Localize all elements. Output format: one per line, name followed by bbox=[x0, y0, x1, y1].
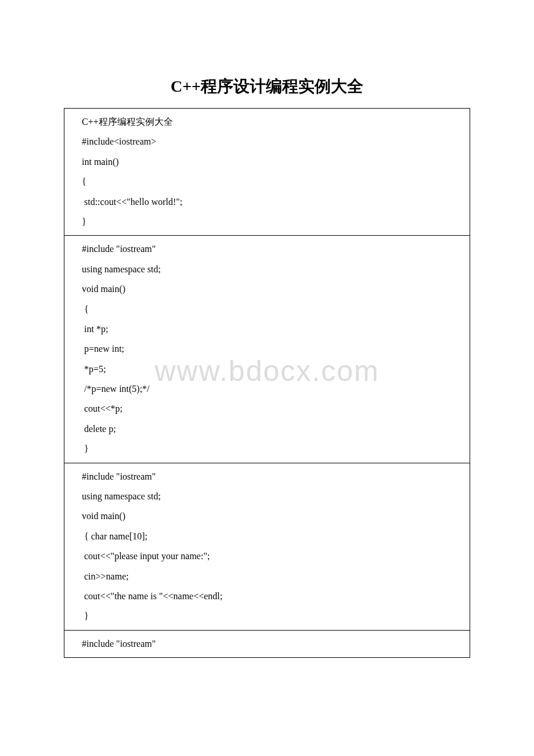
code-line: #include<iostream> bbox=[82, 132, 464, 152]
code-line: #include "iostream" bbox=[82, 239, 464, 259]
code-cell-1: C++程序编程实例大全 #include<iostream> int main(… bbox=[64, 109, 470, 236]
document-title: C++程序设计编程实例大全 bbox=[64, 75, 470, 98]
code-cell-2: #include "iostream" using namespace std;… bbox=[64, 236, 470, 463]
code-line: void main() bbox=[82, 279, 464, 299]
code-line: void main() bbox=[82, 506, 464, 526]
code-cell-4: #include "iostream" bbox=[64, 630, 470, 657]
code-line: #include "iostream" bbox=[82, 467, 464, 487]
table-row: #include "iostream" using namespace std;… bbox=[64, 463, 470, 630]
code-line: using namespace std; bbox=[82, 260, 464, 279]
code-line: std::cout<<"hello world!"; bbox=[82, 192, 464, 212]
code-line: using namespace std; bbox=[82, 487, 464, 506]
code-line: #include "iostream" bbox=[82, 634, 464, 654]
code-line: cout<<"the name is "<<name<<endl; bbox=[82, 586, 464, 606]
code-cell-3: #include "iostream" using namespace std;… bbox=[64, 463, 470, 630]
code-line: delete p; bbox=[82, 419, 464, 439]
code-line: cout<<*p; bbox=[82, 399, 464, 419]
code-line: int main() bbox=[82, 152, 464, 172]
table-row: #include "iostream" using namespace std;… bbox=[64, 236, 470, 463]
code-line: } bbox=[82, 212, 464, 232]
code-line: cin>>name; bbox=[82, 567, 464, 586]
code-line: } bbox=[82, 606, 464, 626]
code-examples-table: C++程序编程实例大全 #include<iostream> int main(… bbox=[64, 108, 470, 658]
code-line: cout<<"please input your name:"; bbox=[82, 546, 464, 566]
code-line: { char name[10]; bbox=[82, 527, 464, 546]
code-line: /*p=new int(5);*/ bbox=[82, 379, 464, 399]
code-line: p=new int; bbox=[82, 339, 464, 359]
code-line: int *p; bbox=[82, 319, 464, 339]
code-line: C++程序编程实例大全 bbox=[82, 112, 464, 132]
table-row: C++程序编程实例大全 #include<iostream> int main(… bbox=[64, 109, 470, 236]
code-line: { bbox=[82, 172, 464, 192]
code-line: *p=5; bbox=[82, 359, 464, 379]
code-line: } bbox=[82, 439, 464, 459]
table-row: #include "iostream" bbox=[64, 630, 470, 657]
code-line: { bbox=[82, 300, 464, 319]
document-content: C++程序设计编程实例大全 C++程序编程实例大全 #include<iostr… bbox=[64, 75, 470, 658]
